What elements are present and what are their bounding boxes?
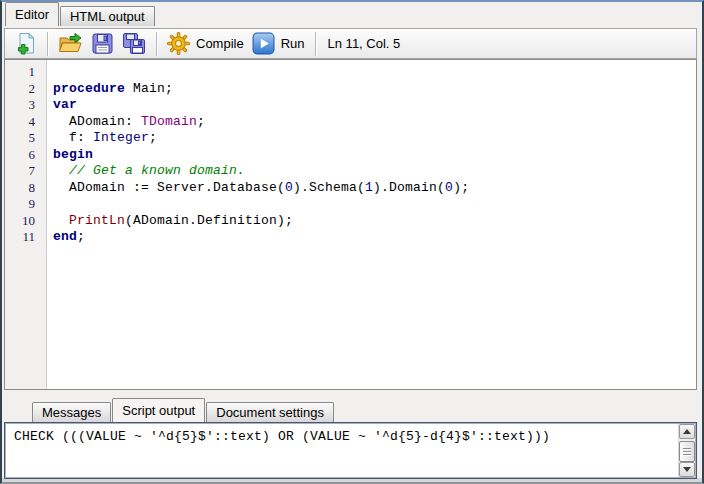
code-segment-type: TDomain: [141, 114, 197, 129]
compile-gear-icon: [167, 32, 190, 55]
run-play-icon: [252, 32, 275, 55]
compile-button-label: Compile: [196, 36, 244, 51]
line-number: 11: [5, 229, 46, 246]
save-as-button[interactable]: [118, 30, 150, 57]
code-segment-number: 1: [365, 180, 373, 195]
new-document-icon: [14, 32, 37, 55]
script-output-text[interactable]: CHECK (((VALUE ~ '^d{5}$'::text) OR (VAL…: [5, 423, 677, 478]
code-segment-plain: [53, 213, 69, 228]
save-copy-icon: [122, 32, 146, 55]
tab-editor[interactable]: Editor: [5, 2, 59, 26]
line-number: 4: [5, 114, 46, 131]
code-segment-stdtype: Integer: [93, 130, 149, 145]
code-line[interactable]: PrintLn(ADomain.Definition);: [53, 213, 696, 230]
run-button-label: Run: [281, 36, 305, 51]
code-line[interactable]: ADomain: TDomain;: [53, 114, 696, 131]
code-line[interactable]: f: Integer;: [53, 130, 696, 147]
code-segment-keyword: end: [53, 229, 77, 244]
code-line[interactable]: // Get a known domain.: [53, 163, 696, 180]
code-segment-plain: ).Schema(: [293, 180, 365, 195]
scroll-down-button[interactable]: [679, 462, 695, 477]
toolbar-separator: [156, 32, 157, 56]
toolbar-separator: [315, 32, 316, 56]
tab-script-output[interactable]: Script output: [112, 398, 205, 422]
tab-messages[interactable]: Messages: [32, 402, 111, 422]
line-number: 2: [5, 81, 46, 98]
line-number: 10: [5, 213, 46, 230]
code-segment-keyword: procedure: [53, 81, 125, 96]
code-segment-keyword: begin: [53, 147, 93, 162]
code-segment-function: PrintLn: [69, 213, 125, 228]
code-segment-plain: [53, 163, 69, 178]
output-scrollbar[interactable]: [678, 424, 695, 477]
code-segment-plain: (ADomain.Definition);: [125, 213, 293, 228]
code-segment-plain: ;: [197, 114, 205, 129]
line-number: 6: [5, 147, 46, 164]
code-editor[interactable]: 1234567891011 procedure Main;var ADomain…: [4, 59, 697, 390]
line-number: 5: [5, 130, 46, 147]
open-button[interactable]: [54, 30, 87, 57]
code-line[interactable]: procedure Main;: [53, 81, 696, 98]
new-document-button[interactable]: [10, 30, 41, 57]
line-number: 7: [5, 163, 46, 180]
compile-button[interactable]: Compile: [163, 30, 248, 57]
line-number-gutter: 1234567891011: [5, 60, 47, 389]
bottom-tab-bar: MessagesScript outputDocument settings: [32, 398, 335, 422]
code-line[interactable]: [53, 64, 696, 81]
tab-document-settings[interactable]: Document settings: [206, 402, 334, 422]
code-segment-keyword: var: [53, 97, 77, 112]
scrollbar-thumb[interactable]: [679, 441, 695, 462]
run-button[interactable]: Run: [248, 30, 309, 57]
open-folder-icon: [58, 32, 83, 55]
scroll-up-button[interactable]: [679, 424, 695, 439]
code-segment-number: 0: [285, 180, 293, 195]
code-line[interactable]: ADomain := Server.Database(0).Schema(1).…: [53, 180, 696, 197]
toolbar: Compile Run Ln 11, Col. 5: [4, 28, 697, 59]
code-line[interactable]: var: [53, 97, 696, 114]
line-number: 9: [5, 196, 46, 213]
line-number: 3: [5, 97, 46, 114]
caret-position-status: Ln 11, Col. 5: [322, 36, 401, 51]
code-segment-plain: ;: [149, 130, 157, 145]
code-segment-plain: Main;: [125, 81, 173, 96]
code-line[interactable]: begin: [53, 147, 696, 164]
code-segment-plain: );: [453, 180, 469, 195]
script-output-panel: CHECK (((VALUE ~ '^d{5}$'::text) OR (VAL…: [4, 422, 697, 479]
code-area[interactable]: procedure Main;var ADomain: TDomain; f: …: [47, 60, 696, 389]
code-segment-plain: ;: [77, 229, 85, 244]
code-segment-plain: ).Domain(: [373, 180, 445, 195]
scroll-up-icon: [683, 429, 691, 434]
save-button[interactable]: [87, 30, 118, 57]
scroll-down-icon: [683, 467, 691, 472]
scrollbar-grip-icon: [683, 448, 691, 456]
app-window: EditorHTML output: [0, 0, 704, 484]
line-number: 1: [5, 64, 46, 81]
save-icon: [91, 32, 114, 55]
tab-html-output[interactable]: HTML output: [60, 6, 155, 26]
code-segment-plain: ADomain := Server.Database(: [53, 180, 285, 195]
code-line[interactable]: end;: [53, 229, 696, 246]
code-line[interactable]: [53, 196, 696, 213]
line-number: 8: [5, 180, 46, 197]
top-tab-bar: EditorHTML output: [5, 2, 156, 26]
code-segment-plain: f:: [53, 130, 93, 145]
toolbar-separator: [47, 32, 48, 56]
code-segment-number: 0: [445, 180, 453, 195]
code-segment-comment: // Get a known domain.: [69, 163, 245, 178]
code-segment-plain: ADomain:: [53, 114, 141, 129]
